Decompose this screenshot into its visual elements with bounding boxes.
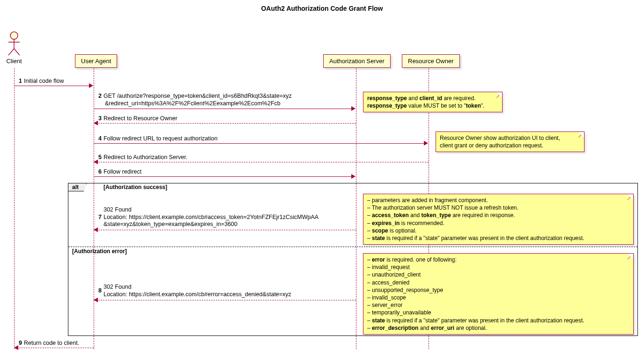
n3l4b: expires_in	[372, 220, 400, 226]
arrow-9	[14, 348, 94, 348]
arrow-6	[94, 176, 351, 177]
n4l10c: and	[418, 325, 431, 331]
arrow-7-head	[94, 227, 98, 232]
msg-7-l1: 302 Found	[104, 206, 132, 213]
arrow-3	[94, 123, 356, 124]
msg-5-text: Redirect to Authorization Server.	[104, 154, 187, 160]
arrow-9-head	[14, 345, 18, 350]
n4l1b: error	[372, 256, 385, 263]
msg-3: 3Redirect to Resource Owner	[98, 115, 178, 123]
n4l6: – invalid_scope	[367, 294, 406, 301]
n3l3d: token_type	[421, 212, 451, 219]
note-response-type: response_type and client_id are required…	[363, 92, 503, 112]
n3l6a: –	[367, 235, 372, 241]
n3l6c: is required if a "state" parameter was p…	[385, 235, 584, 241]
n4l5: – unsupported_response_type	[367, 287, 443, 293]
actor-client-label: Client	[5, 58, 23, 65]
actor-client: Client	[5, 31, 23, 65]
arrow-8-head	[94, 298, 98, 302]
n1a: response_type	[367, 95, 407, 102]
arrow-1	[14, 86, 89, 86]
msg-5: 5Redirect to Authorization Server.	[98, 154, 187, 161]
n3l3c: and	[409, 212, 422, 219]
svg-line-3	[8, 49, 14, 55]
msg-4: 4Follow redirect URL to request authoriz…	[98, 135, 217, 143]
msg-2: 2GET /authorize?response_type=token&clie…	[98, 93, 292, 107]
msg-4-text: Follow redirect URL to request authoriza…	[104, 135, 217, 142]
arrow-1-head	[89, 83, 93, 88]
n4l10e: are optional.	[454, 325, 487, 331]
arrow-7	[94, 230, 356, 230]
alt-cond-success: [Authorization success]	[104, 184, 167, 190]
n3l2: – The authorization server MUST NOT issu…	[367, 204, 518, 211]
n1c: client_id	[419, 95, 442, 102]
n3l1: – parameters are added in fragment compo…	[367, 197, 488, 204]
n4l8: – temporarily_unavailable	[367, 309, 431, 316]
arrow-2-head	[351, 106, 355, 111]
n4l3: – unauthorized_client	[367, 271, 421, 278]
msg-3-text: Redirect to Resource Owner	[104, 115, 178, 122]
n1f: value MUST be set to "	[407, 102, 466, 109]
n3l3b: access_token	[372, 212, 409, 219]
n4l1a: –	[367, 256, 372, 263]
n3l4a: –	[367, 220, 372, 226]
participant-resource-owner: Resource Owner	[402, 54, 460, 68]
alt-divider	[68, 247, 637, 247]
n4l10d: error_uri	[431, 325, 454, 331]
participant-auth-server: Authorization Server	[323, 54, 391, 68]
msg-2-l1: GET /authorize?response_type=token&clien…	[104, 93, 292, 99]
msg-2-l2: &redirect_uri=https%3A%2F%2Fclient%2Eexa…	[103, 100, 280, 107]
participant-user-agent: User Agent	[75, 54, 117, 68]
note-error: – error is required. one of following: –…	[363, 253, 634, 335]
n1e: response_type	[367, 102, 407, 109]
arrow-5	[94, 162, 429, 162]
n2b: client grant or deny authorization reque…	[440, 142, 543, 149]
alt-label: alt	[68, 183, 87, 191]
msg-8-l2: Location: https://client.example.com/cb#…	[104, 291, 291, 298]
msg-1: 1Initial code flow	[19, 78, 64, 85]
arrow-6-head	[351, 174, 355, 179]
note-success: – parameters are added in fragment compo…	[363, 194, 634, 245]
n1h: ".	[481, 102, 485, 109]
n3l4c: is recommended.	[400, 220, 444, 226]
n3l5c: is optional.	[388, 227, 417, 234]
n3l5a: –	[367, 227, 372, 234]
n3l3e: are required in response.	[451, 212, 515, 219]
msg-6: 6Follow redirect	[98, 168, 141, 176]
msg-7-l3: &state=xyz&token_type=example&expires_in…	[104, 221, 237, 227]
arrow-4-head	[424, 141, 428, 146]
alt-cond-error: [Authorization error]	[72, 248, 127, 255]
n4l9a: –	[367, 317, 372, 324]
arrow-3-head	[94, 121, 98, 125]
n1d: are required.	[442, 95, 475, 102]
n4l9c: is required if a "state" parameter was p…	[385, 317, 584, 324]
n4l9b: state	[372, 317, 385, 324]
n4l2: – invalid_request	[367, 264, 410, 270]
msg-9-text: Return code to client.	[24, 340, 79, 346]
arrow-5-head	[94, 160, 98, 164]
n4l1c: is required. one of following:	[385, 256, 457, 263]
svg-point-0	[10, 32, 18, 39]
msg-7: 7 302 Found Location: https://client.exa…	[98, 206, 318, 228]
n2a: Resource Owner show authorization UI to …	[440, 135, 560, 141]
sequence-diagram: Client User Agent Authorization Server R…	[0, 17, 644, 350]
n3l3a: –	[367, 212, 372, 219]
n1b: and	[407, 95, 420, 102]
n1g: token	[466, 102, 481, 109]
msg-1-text: Initial code flow	[24, 78, 64, 84]
msg-7-l2: Location: https://client.example.com/cb#…	[104, 214, 318, 220]
arrow-2	[94, 109, 351, 109]
arrow-4	[94, 143, 424, 144]
note-resource-owner: Resource Owner show authorization UI to …	[436, 131, 585, 152]
n3l5b: scope	[372, 227, 388, 234]
diagram-title: OAuth2 Authorization Code Grant Flow	[0, 0, 644, 17]
n4l7: – server_error	[367, 302, 402, 308]
person-icon	[5, 31, 23, 57]
n3l6b: state	[372, 235, 385, 241]
msg-8: 8 302 Found Location: https://client.exa…	[98, 284, 291, 298]
svg-line-4	[14, 49, 20, 55]
lifeline-client	[14, 68, 15, 350]
arrow-8	[94, 300, 356, 300]
msg-9: 9Return code to client.	[19, 340, 79, 347]
n4l10b: error_description	[372, 325, 418, 331]
